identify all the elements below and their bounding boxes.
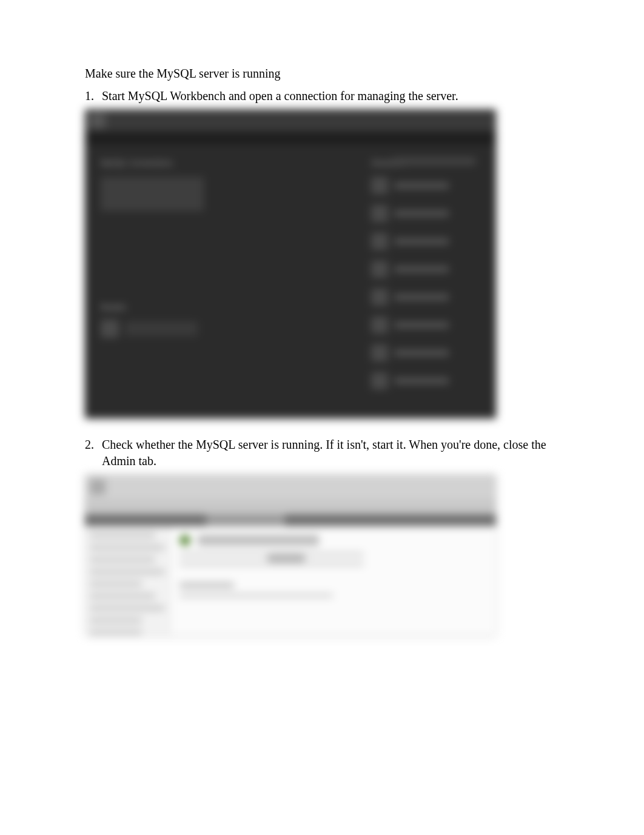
nav-item[interactable]	[90, 593, 155, 599]
connection-tile[interactable]	[101, 177, 204, 211]
stop-server-button[interactable]	[267, 553, 306, 563]
step-number: 2.	[85, 437, 102, 469]
step-text: Start MySQL Workbench and open a connect…	[102, 88, 559, 104]
shortcut-item[interactable]	[371, 177, 480, 194]
app-logo-icon	[90, 113, 106, 129]
step-2: 2. Check whether the MySQL server is run…	[85, 437, 559, 469]
nav-item[interactable]	[90, 557, 155, 563]
nav-item[interactable]	[90, 545, 164, 551]
shortcut-item[interactable]	[371, 289, 480, 306]
model-item[interactable]	[101, 320, 371, 338]
shortcut-item[interactable]	[371, 344, 480, 361]
shortcut-label	[394, 210, 449, 216]
shortcut-item[interactable]	[371, 372, 480, 389]
log-line	[179, 593, 333, 598]
shortcut-label	[394, 378, 449, 384]
shortcut-item[interactable]	[371, 317, 480, 334]
shortcut-item[interactable]	[371, 261, 480, 278]
nav-item[interactable]	[90, 569, 164, 575]
steps-list-cont: 2. Check whether the MySQL server is run…	[85, 437, 559, 469]
nav-item[interactable]	[90, 617, 142, 623]
status-text	[198, 535, 319, 546]
model-thumb-icon	[101, 320, 119, 338]
nav-item[interactable]	[90, 581, 142, 587]
shortcut-icon	[371, 289, 388, 306]
server-status-row	[179, 535, 486, 546]
toolbar	[85, 514, 496, 526]
connections-heading: MySQL Connections	[101, 158, 371, 169]
screenshot-workbench-admin	[85, 474, 559, 635]
shortcut-icon	[371, 177, 388, 194]
shortcut-icon	[371, 372, 388, 389]
rescue-link[interactable]	[392, 158, 477, 165]
shortcut-label	[394, 183, 449, 189]
main-panel	[170, 526, 496, 635]
startup-log-heading	[179, 582, 234, 588]
shortcut-icon	[371, 205, 388, 222]
shortcut-icon	[371, 317, 388, 334]
step-1: 1. Start MySQL Workbench and open a conn…	[85, 88, 559, 104]
shortcut-label	[394, 266, 449, 272]
nav-item[interactable]	[90, 532, 155, 538]
section-heading: Make sure the MySQL server is running	[85, 65, 559, 82]
shortcut-label	[394, 294, 449, 300]
menu-bar	[85, 132, 496, 144]
shortcut-label	[394, 350, 449, 356]
status-indicator-icon	[179, 535, 190, 546]
shortcut-label	[394, 238, 449, 244]
shortcut-item[interactable]	[371, 233, 480, 250]
app-logo-icon	[90, 479, 106, 495]
window-titlebar	[85, 474, 496, 500]
shortcut-item[interactable]	[371, 205, 480, 222]
steps-list: 1. Start MySQL Workbench and open a conn…	[85, 88, 559, 104]
window-titlebar	[85, 109, 496, 132]
shortcut-icon	[371, 233, 388, 250]
models-heading: Models	[101, 302, 371, 313]
nav-item[interactable]	[90, 629, 142, 635]
model-name-label	[125, 321, 198, 336]
step-text: Check whether the MySQL server is runnin…	[102, 437, 559, 469]
shortcut-icon	[371, 261, 388, 278]
step-number: 1.	[85, 88, 102, 104]
active-tab[interactable]	[206, 514, 285, 526]
navigator-panel	[85, 526, 170, 635]
nav-item[interactable]	[90, 605, 164, 611]
tab-bar	[85, 500, 496, 514]
shortcut-icon	[371, 344, 388, 361]
screenshot-workbench-home: MySQL Connections Models Shortcuts	[85, 109, 559, 418]
shortcut-label	[394, 322, 449, 328]
